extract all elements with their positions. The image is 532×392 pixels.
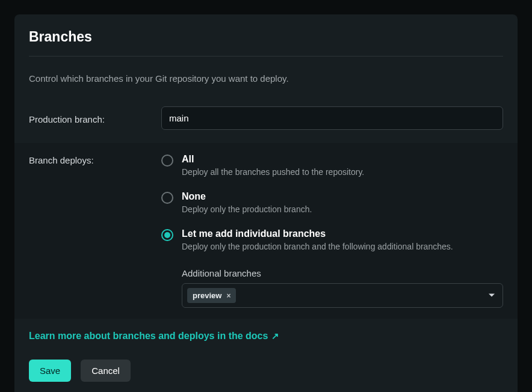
remove-chip-icon[interactable]: ×: [226, 292, 230, 300]
docs-link[interactable]: Learn more about branches and deploys in…: [29, 331, 279, 341]
production-branch-label: Production branch:: [29, 112, 161, 124]
branch-chip: preview ×: [187, 288, 236, 303]
radio-icon: [161, 155, 173, 167]
branches-panel: Branches Control which branches in your …: [14, 14, 518, 392]
panel-title: Branches: [29, 29, 503, 57]
additional-branches-label: Additional branches: [182, 268, 503, 278]
button-row: Save Cancel: [29, 360, 503, 382]
external-link-icon: ↗: [271, 331, 279, 341]
radio-title: All: [182, 154, 194, 164]
production-branch-row: Production branch:: [29, 100, 503, 130]
radio-subtitle: Deploy all the branches pushed to the re…: [182, 167, 503, 177]
additional-branches-select[interactable]: preview ×: [182, 283, 503, 308]
panel-description: Control which branches in your Git repos…: [29, 73, 503, 84]
production-branch-input[interactable]: [161, 106, 503, 130]
additional-branches-section: Additional branches preview ×: [161, 268, 503, 308]
chevron-down-icon: [488, 290, 495, 301]
radio-icon: [161, 229, 173, 241]
cancel-button[interactable]: Cancel: [81, 360, 131, 382]
branch-deploys-label: Branch deploys:: [29, 154, 161, 165]
radio-icon: [161, 192, 173, 204]
radio-title: None: [182, 191, 206, 201]
radio-option-all[interactable]: All Deploy all the branches pushed to th…: [161, 154, 503, 177]
chip-label: preview: [193, 291, 221, 300]
branch-deploys-radio-group: All Deploy all the branches pushed to th…: [161, 154, 503, 251]
radio-title: Let me add individual branches: [182, 228, 326, 239]
branch-deploys-row: Branch deploys: All Deploy all the branc…: [14, 143, 518, 319]
radio-subtitle: Deploy only the production branch.: [182, 204, 503, 214]
save-button[interactable]: Save: [29, 360, 71, 382]
radio-option-individual[interactable]: Let me add individual branches Deploy on…: [161, 228, 503, 251]
docs-link-label: Learn more about branches and deploys in…: [29, 331, 268, 341]
chips-container: preview ×: [187, 288, 236, 303]
radio-option-none[interactable]: None Deploy only the production branch.: [161, 191, 503, 214]
radio-subtitle: Deploy only the production branch and th…: [182, 242, 503, 251]
